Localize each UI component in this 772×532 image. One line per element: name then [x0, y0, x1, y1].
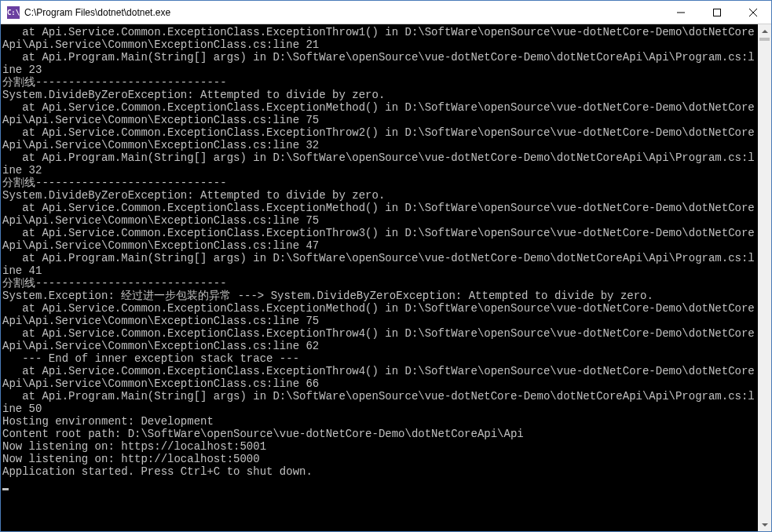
- console-line: at Api.Service.Common.ExceptionClass.Exc…: [2, 327, 758, 352]
- console-line: Now listening on: https://localhost:5001: [2, 440, 758, 453]
- chevron-up-icon: [762, 30, 768, 33]
- console-area: at Api.Service.Common.ExceptionClass.Exc…: [1, 24, 771, 531]
- console-line: 分割线-----------------------------: [2, 177, 758, 189]
- scroll-up-button[interactable]: [758, 24, 771, 38]
- console-line: at Api.Service.Common.ExceptionClass.Exc…: [2, 227, 758, 252]
- scrollbar-thumb[interactable]: [759, 38, 770, 41]
- scrollbar-track[interactable]: [758, 38, 771, 518]
- console-line: at Api.Service.Common.ExceptionClass.Exc…: [2, 26, 758, 51]
- console-line: at Api.Program.Main(String[] args) in D:…: [2, 390, 758, 415]
- maximize-button[interactable]: [699, 1, 735, 24]
- console-output[interactable]: at Api.Service.Common.ExceptionClass.Exc…: [1, 24, 758, 531]
- console-line: at Api.Service.Common.ExceptionClass.Exc…: [2, 202, 758, 227]
- console-line: at Api.Program.Main(String[] args) in D:…: [2, 151, 758, 177]
- console-line: System.Exception: 经过进一步包装的异常 ---> System…: [2, 290, 758, 302]
- close-icon: [749, 9, 757, 16]
- maximize-icon: [713, 9, 721, 16]
- svg-rect-1: [714, 9, 721, 16]
- window-controls: [663, 1, 771, 24]
- console-line: at Api.Service.Common.ExceptionClass.Exc…: [2, 101, 758, 126]
- console-line: 分割线-----------------------------: [2, 277, 758, 290]
- console-line: at Api.Service.Common.ExceptionClass.Exc…: [2, 302, 758, 327]
- console-line: 分割线-----------------------------: [2, 76, 758, 89]
- vertical-scrollbar[interactable]: [758, 24, 771, 531]
- svg-marker-4: [762, 30, 768, 33]
- close-button[interactable]: [735, 1, 771, 24]
- window-titlebar[interactable]: C:\ C:\Program Files\dotnet\dotnet.exe: [1, 1, 771, 24]
- chevron-down-icon: [762, 523, 768, 527]
- console-line: Application started. Press Ctrl+C to shu…: [2, 465, 758, 478]
- app-icon: C:\: [7, 6, 20, 19]
- console-line: Content root path: D:\SoftWare\openSourc…: [2, 428, 758, 440]
- minimize-icon: [677, 9, 685, 16]
- console-line: at Api.Service.Common.ExceptionClass.Exc…: [2, 365, 758, 390]
- svg-marker-5: [762, 523, 768, 527]
- console-line: Now listening on: http://localhost:5000: [2, 453, 758, 465]
- console-line: System.DivideByZeroException: Attempted …: [2, 89, 758, 101]
- minimize-button[interactable]: [663, 1, 699, 24]
- cursor: [2, 488, 9, 490]
- window-title: C:\Program Files\dotnet\dotnet.exe: [24, 7, 170, 18]
- console-line: at Api.Program.Main(String[] args) in D:…: [2, 252, 758, 277]
- console-cursor-line: [2, 478, 758, 490]
- console-line: System.DivideByZeroException: Attempted …: [2, 189, 758, 202]
- console-line: at Api.Program.Main(String[] args) in D:…: [2, 51, 758, 76]
- console-line: --- End of inner exception stack trace -…: [2, 352, 758, 365]
- console-line: Hosting environment: Development: [2, 415, 758, 428]
- scroll-down-button[interactable]: [758, 518, 771, 531]
- console-line: at Api.Service.Common.ExceptionClass.Exc…: [2, 126, 758, 151]
